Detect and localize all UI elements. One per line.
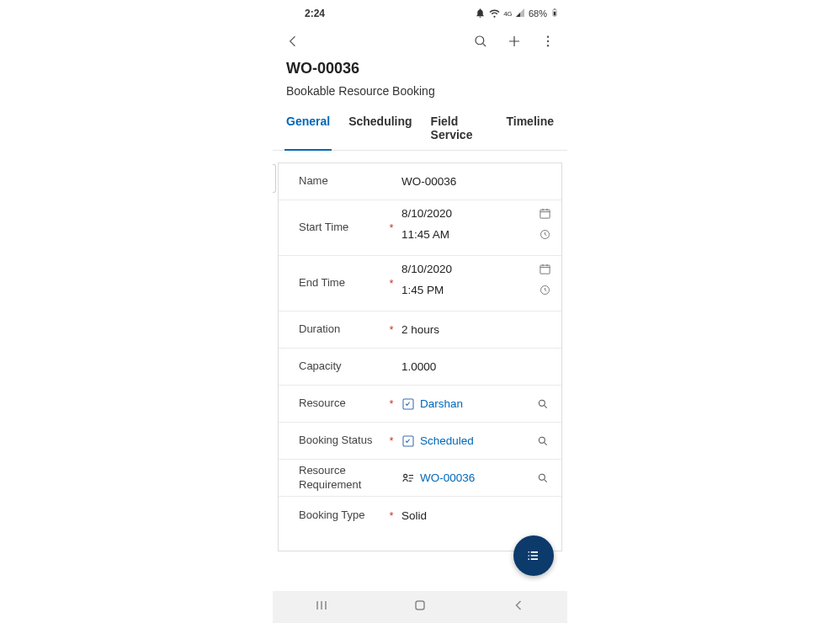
battery-text: 68% (529, 8, 547, 19)
calendar-icon[interactable] (536, 263, 553, 275)
battery-icon (550, 7, 559, 20)
required-marker: * (386, 323, 396, 336)
value-resource-req[interactable]: WO-00036 (420, 471, 475, 484)
page-subtitle: Bookable Resource Booking (286, 84, 554, 98)
form-panel: Name WO-00036 Start Time * 8/10/2020 11:… (278, 162, 562, 551)
svg-point-16 (539, 474, 545, 480)
value-duration: 2 hours (401, 323, 553, 336)
required-marker: * (386, 277, 396, 290)
nav-recents[interactable] (313, 597, 330, 617)
search-icon[interactable] (466, 27, 495, 56)
field-start-time[interactable]: Start Time * 8/10/2020 11:45 AM (279, 200, 561, 256)
label-booking-type: Booking Type (287, 509, 386, 523)
tab-scheduling[interactable]: Scheduling (348, 108, 412, 150)
field-booking-type[interactable]: Booking Type * Solid (279, 497, 561, 534)
svg-point-5 (547, 40, 549, 42)
status-time: 2:24 (305, 8, 325, 19)
label-booking-status: Booking Status (287, 434, 386, 448)
title-area: WO-00036 Bookable Resource Booking (273, 60, 567, 98)
network-icon: 4G (503, 10, 512, 18)
required-marker: * (386, 434, 396, 447)
label-end: End Time (287, 276, 386, 290)
signal-icon (515, 8, 525, 19)
svg-point-18 (528, 555, 529, 556)
field-resource-req[interactable]: Resource Requirement WO-00036 (279, 460, 561, 497)
field-name[interactable]: Name WO-00036 (279, 163, 561, 200)
required-marker: * (386, 509, 396, 522)
tab-field-service[interactable]: Field Service (431, 108, 488, 150)
status-icon (401, 434, 415, 448)
nav-home[interactable] (412, 597, 428, 617)
svg-rect-20 (416, 601, 424, 610)
label-duration: Duration (287, 322, 386, 337)
back-button[interactable] (278, 26, 308, 56)
label-resource-req: Resource Requirement (287, 464, 386, 493)
value-name: WO-00036 (401, 175, 553, 188)
field-booking-status[interactable]: Booking Status * Scheduled (279, 423, 561, 460)
lookup-icon[interactable] (534, 472, 551, 484)
svg-point-14 (539, 437, 545, 443)
value-booking-type: Solid (401, 509, 553, 522)
status-bar: 2:24 4G 68% (273, 4, 567, 23)
start-date: 8/10/2020 (401, 207, 452, 220)
svg-rect-9 (540, 265, 549, 274)
svg-point-19 (528, 558, 529, 560)
svg-point-15 (404, 474, 407, 477)
side-notch (273, 164, 276, 193)
tabs: General Scheduling Field Service Timelin… (273, 108, 567, 151)
requirement-icon (401, 471, 415, 485)
end-date: 8/10/2020 (401, 263, 452, 275)
svg-point-17 (528, 551, 529, 553)
label-resource: Resource (287, 397, 386, 411)
add-button[interactable] (500, 27, 529, 56)
value-booking-status[interactable]: Scheduled (420, 434, 474, 447)
svg-rect-7 (540, 210, 549, 218)
status-right-icons: 4G 68% (475, 7, 559, 20)
lookup-icon[interactable] (534, 435, 551, 447)
value-resource[interactable]: Darshan (420, 397, 463, 410)
field-end-time[interactable]: End Time * 8/10/2020 1:45 PM (279, 256, 561, 312)
value-capacity: 1.0000 (401, 360, 553, 373)
svg-rect-2 (554, 8, 556, 9)
fab-list-button[interactable] (513, 535, 554, 576)
field-duration[interactable]: Duration * 2 hours (279, 312, 561, 349)
tab-general[interactable]: General (286, 108, 330, 150)
alarm-icon (475, 8, 486, 20)
label-start: Start Time (287, 221, 386, 235)
field-capacity[interactable]: Capacity 1.0000 (279, 349, 561, 386)
start-time: 11:45 AM (401, 228, 449, 241)
svg-rect-1 (554, 12, 556, 16)
phone-frame: 2:24 4G 68% (273, 0, 567, 623)
svg-point-3 (476, 36, 484, 45)
svg-point-12 (539, 400, 545, 406)
end-time: 1:45 PM (401, 284, 444, 296)
top-toolbar (273, 24, 567, 58)
lookup-icon[interactable] (534, 398, 551, 410)
required-marker: * (386, 221, 396, 234)
svg-point-6 (547, 45, 549, 46)
nav-back[interactable] (510, 597, 527, 617)
calendar-icon[interactable] (536, 207, 553, 220)
field-resource[interactable]: Resource * Darshan (279, 386, 561, 423)
clock-icon[interactable] (536, 284, 553, 296)
more-button[interactable] (534, 27, 562, 56)
svg-point-4 (547, 36, 549, 38)
person-icon (401, 397, 415, 411)
required-marker: * (386, 397, 396, 410)
label-name: Name (287, 174, 386, 189)
wifi-icon (489, 8, 500, 20)
label-capacity: Capacity (287, 359, 386, 374)
clock-icon[interactable] (536, 228, 553, 241)
android-nav-bar (273, 591, 567, 623)
page-title: WO-00036 (286, 60, 554, 77)
tab-timeline[interactable]: Timeline (506, 108, 554, 150)
